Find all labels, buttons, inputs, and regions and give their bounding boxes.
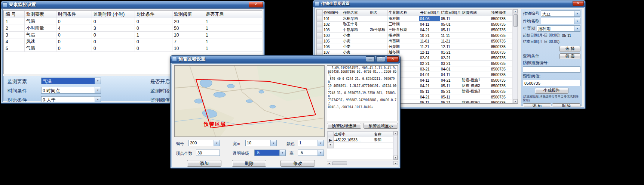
region-add-button[interactable]: 添加 [187, 160, 221, 167]
table-row[interactable]: 101水稻早稻播种期04-0605-118500735 [317, 16, 513, 22]
time-condition-select[interactable]: 0 时间点 ▼ [41, 87, 101, 94]
vertical-scrollbar[interactable]: ▲ ▼ [393, 131, 398, 160]
table-row[interactable]: 4风速00071 [4, 38, 263, 45]
table-row[interactable]: 1气温000201 [4, 18, 263, 25]
vertical-scrollbar[interactable]: ▲ ▼ [513, 9, 518, 103]
coordinates-textarea[interactable]: -3.69,01920345Y1,-905.41,1.11,0.41.9, 63… [327, 65, 398, 121]
filter-label: 查询条件 [523, 53, 539, 59]
column-header: 坐标串 [334, 132, 373, 137]
region-height-select[interactable]: -5 ▼ [298, 150, 324, 156]
scroll-left-icon[interactable]: ◄ [327, 161, 331, 165]
region-select-button[interactable]: 预警区域选择 [327, 123, 361, 129]
monitor-element-label: 监测要素 [7, 78, 27, 85]
chevron-down-icon[interactable]: ▼ [318, 150, 323, 156]
table-row[interactable]: 103中熟早稻25号早稻三叶育秧期04-2105-118500735 [317, 27, 513, 33]
table-row[interactable]: 5气温000101 [4, 45, 263, 52]
window-title: 作物生育期设置 [321, 1, 571, 6]
table-row[interactable]: 100小麦播种期10-2111-118500735 [317, 33, 513, 38]
delete-button[interactable]: 删 除 [552, 103, 580, 107]
chevron-down-icon[interactable]: ▼ [574, 26, 580, 31]
region-points-input[interactable] [196, 150, 220, 156]
table-row[interactable]: 3气温001101 [4, 32, 263, 38]
map-view[interactable]: 预警区域 [174, 65, 325, 137]
panel-note: (含主键信息,请先选择行再单击修改或删除按钮) [523, 95, 580, 102]
scroll-up-icon[interactable]: ▲ [513, 9, 518, 13]
chevron-down-icon[interactable]: ▼ [574, 11, 580, 16]
scrollbar-thumb[interactable] [513, 14, 518, 27]
table-row[interactable]: 102鄂玉十号三叶期04-1105-018500735 [317, 22, 513, 27]
scroll-down-icon[interactable]: ▼ [513, 99, 518, 103]
panel-threshold-input[interactable] [523, 80, 580, 86]
close-icon[interactable]: ✕ [573, 1, 584, 6]
chevron-down-icon[interactable]: ▼ [95, 78, 101, 84]
column-header: 是否开启 [204, 11, 263, 18]
table-row[interactable]: 2小时雨量430501 [4, 25, 263, 32]
region-no-label: 编号 [176, 141, 184, 147]
scroll-down-icon[interactable]: ▼ [393, 156, 398, 160]
close-icon[interactable]: ✕ [387, 56, 399, 62]
report-button[interactable]: 生成报告 [535, 88, 568, 94]
chevron-down-icon[interactable]: ▼ [279, 150, 285, 156]
crop-no-select[interactable]: 大豆 ▼ [541, 10, 580, 17]
minimize-icon[interactable]: — [366, 56, 375, 62]
window-title: 要素监控设置 [9, 1, 247, 8]
crop-panel: 作物编号 大豆 ▼ 作物名称 ▼ 生育期 播种期 [521, 9, 582, 106]
column-header: 预警阈值 [490, 10, 513, 16]
horizontal-scrollbar[interactable]: ◄ ► [327, 161, 398, 165]
table-header-row: 坐标串名称 [328, 132, 393, 137]
stage-select[interactable]: 播种期 ▼ [537, 25, 580, 32]
compare-condition-select[interactable]: 0-大于 ▼ [41, 96, 101, 102]
column-header: 监测阈值 [172, 11, 204, 18]
maximize-icon[interactable]: ❐ [376, 56, 385, 62]
column-header: 别名 [369, 10, 388, 16]
region-width-label: 宽m [233, 141, 240, 147]
region-width-select[interactable]: 10 ▼ [245, 140, 277, 146]
region-modify-button[interactable]: 修改 [280, 160, 315, 167]
chevron-down-icon[interactable]: ▼ [95, 97, 101, 102]
panel-threshold-label: 预警阈值: [523, 73, 540, 79]
table-row[interactable]: 107小麦越冬期12-1101-218500735 [317, 50, 513, 55]
region-delete-button[interactable]: 删除 [232, 160, 266, 167]
crop-no-label: 作物编号 [523, 11, 539, 16]
table-row[interactable]: 106小麦分蘖期11-2112-118500735 [317, 44, 513, 50]
scroll-up-icon[interactable]: ▲ [393, 131, 398, 135]
region-color-select[interactable]: 1 ▼ [298, 140, 324, 146]
table-row[interactable]: ▶-45122.16533...未知 [328, 137, 393, 143]
region-alpha-select[interactable]: -5 ▼ [254, 150, 286, 156]
region-show-button[interactable]: 预警区域显示 [364, 123, 398, 129]
scroll-right-icon[interactable]: ► [393, 161, 398, 165]
titlebar[interactable]: 预警区域设置 — ❐ ✕ [171, 56, 400, 63]
threshold-label: 监测阈值 [150, 97, 170, 102]
monitor-element-select[interactable]: 气温 ▼ [41, 78, 101, 84]
close-icon[interactable]: ✕ [249, 2, 263, 7]
chevron-down-icon[interactable]: ▼ [574, 18, 580, 24]
column-header: 生育期名称 [388, 10, 419, 16]
chevron-down-icon[interactable]: ▼ [95, 87, 101, 93]
crop-name-select[interactable]: ▼ [541, 18, 580, 24]
region-no-select[interactable]: 200 ▼ [188, 140, 220, 146]
region-grid: 坐标串名称 ▶-45122.16533...未知* ▲ ▼ [327, 131, 398, 160]
titlebar[interactable]: 作物生育期设置 ✕ [313, 0, 585, 7]
table-row[interactable]: 105小麦出苗期11-0111-218500735 [317, 38, 513, 44]
window-icon [315, 1, 319, 6]
column-header: 作物编号 [323, 10, 342, 16]
measure-label: 防御措施编号: [523, 60, 549, 66]
start-date-label: 起始日期(月-日 00:00): [523, 33, 561, 38]
chevron-down-icon[interactable]: ▼ [270, 140, 276, 146]
titlebar[interactable]: 要素监控设置 ✕ [1, 1, 264, 9]
add-button[interactable]: 添 加 [523, 103, 551, 107]
measure-input[interactable] [523, 66, 580, 73]
column-header: 监测要素 [25, 11, 56, 18]
chevron-down-icon[interactable]: ▼ [318, 140, 323, 146]
scrollbar-thumb[interactable] [332, 162, 347, 165]
column-header [328, 132, 334, 137]
crop-name-label: 作物名称 [523, 18, 539, 24]
chevron-down-icon[interactable]: ▼ [214, 140, 220, 146]
select-button[interactable]: 选 择 [559, 46, 580, 52]
map-region-label: 预警区域 [204, 121, 226, 128]
table-row[interactable]: * [328, 143, 393, 148]
window-warning-region: 预警区域设置 — ❐ ✕ [170, 55, 401, 169]
column-header: 开始日期(月-日) [419, 10, 440, 16]
filter-button[interactable]: 筛 选 [559, 53, 580, 59]
window-icon [172, 57, 177, 62]
